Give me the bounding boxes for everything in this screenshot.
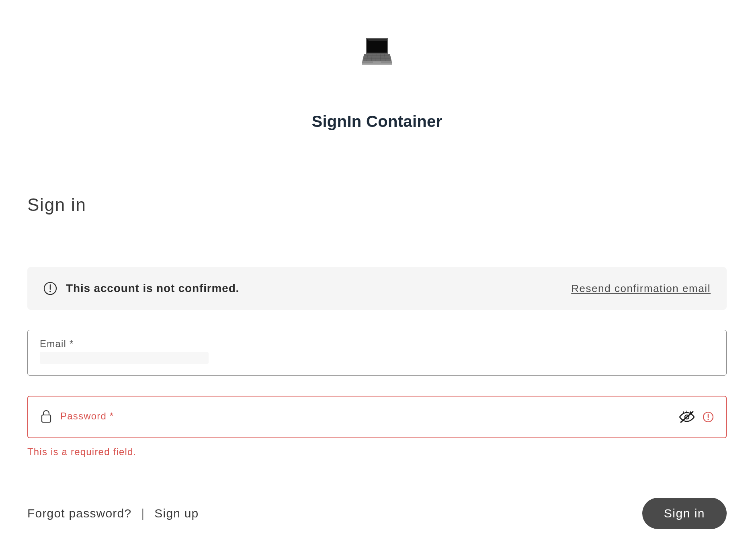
eye-off-icon[interactable] <box>678 410 695 424</box>
form-heading: Sign in <box>27 195 727 215</box>
svg-line-18 <box>681 412 693 422</box>
svg-rect-3 <box>362 63 392 65</box>
svg-rect-12 <box>373 61 381 63</box>
svg-point-24 <box>707 419 709 420</box>
error-icon <box>703 411 714 423</box>
password-field-container[interactable]: Password * <box>27 396 727 438</box>
alert-icon <box>43 282 57 295</box>
forgot-password-link[interactable]: Forgot password? <box>27 507 131 520</box>
svg-point-15 <box>49 291 51 292</box>
signin-form: Sign in This account is not confirmed. R… <box>27 195 727 529</box>
password-error-text: This is a required field. <box>27 446 727 458</box>
app-logo <box>357 32 397 72</box>
alert-banner: This account is not confirmed. Resend co… <box>27 267 727 310</box>
lock-icon <box>40 409 52 423</box>
svg-rect-16 <box>42 415 51 422</box>
svg-marker-2 <box>367 39 387 41</box>
email-value-redacted <box>40 352 209 364</box>
password-label: Password * <box>60 411 114 422</box>
email-label: Email * <box>40 338 714 349</box>
email-field-container[interactable]: Email * <box>27 330 727 376</box>
footer-divider: | <box>141 507 145 520</box>
signup-link[interactable]: Sign up <box>154 507 199 520</box>
alert-message: This account is not confirmed. <box>66 282 239 295</box>
signin-button[interactable]: Sign in <box>642 498 727 529</box>
page-title: SignIn Container <box>311 112 442 131</box>
password-input[interactable] <box>122 410 714 423</box>
laptop-icon <box>357 32 397 72</box>
resend-confirmation-link[interactable]: Resend confirmation email <box>571 282 711 295</box>
svg-rect-1 <box>367 39 387 53</box>
